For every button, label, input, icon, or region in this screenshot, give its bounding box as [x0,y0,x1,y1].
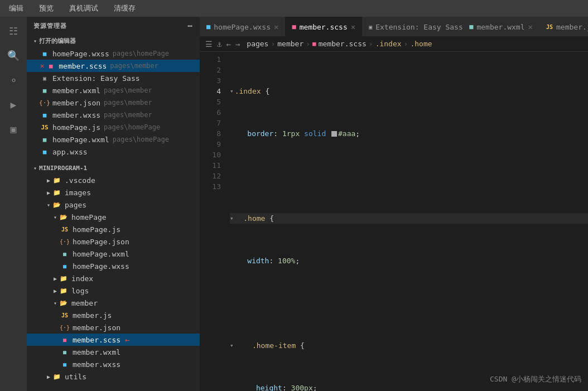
collapse-arrow[interactable]: ▾ [230,340,234,351]
tree-item-label: pages [65,201,86,209]
tree-homepage-wxml[interactable]: ■ homePage.wxml [27,248,200,260]
code-line-4: ▾ .home { [230,213,588,224]
open-editor-path: pages\homePage [104,123,160,131]
folder-arrow: ▾ [54,300,57,306]
tree-utils[interactable]: ▶ 📁 utils [27,370,200,383]
tree-pages[interactable]: ▾ 📂 pages [27,199,200,211]
tree-member[interactable]: ▾ 📂 member [27,297,200,309]
scss-icon: ■ [60,335,69,344]
tree-member-json[interactable]: {·} member.json [27,321,200,334]
line-num-4: 4 [200,86,221,96]
tab-homepage-wxss[interactable]: ■ homePage.wxss ✕ [200,17,285,36]
open-editor-member-wxss[interactable]: ■ member.wxss pages\member [27,109,200,121]
open-editor-member-wxml[interactable]: ■ member.wxml pages\member [27,84,200,96]
line-num-9: 9 [200,139,221,149]
tree-member-scss[interactable]: ■ member.scss ← [27,334,200,346]
indent [235,213,244,224]
editor-area: ■ homePage.wxss ✕ ■ member.scss ✕ ▣ Exte… [200,17,588,391]
tab-extension[interactable]: ▣ Extension: Easy Sass ✕ [362,17,462,36]
breadcrumb-menu-icon[interactable]: ☰ [205,40,213,49]
tree-homepage-js[interactable]: JS homePage.js [27,223,200,235]
open-editor-member-json[interactable]: {·} member.json pages\member [27,96,200,109]
activity-extensions-icon[interactable]: ▣ [4,119,23,138]
breadcrumb-file[interactable]: member.scss [319,40,367,48]
tree-images[interactable]: ▶ 📁 images [27,186,200,199]
open-editor-filename: member.scss [59,62,107,70]
indent [235,340,252,351]
js-icon: JS [60,225,69,234]
property: height [256,383,282,391]
code-line-8: height: 300px; [230,383,588,391]
open-editor-filename: app.wxss [52,148,88,156]
tab-member-js[interactable]: JS member.js [539,17,588,36]
tree-homepage-wxss[interactable]: ■ homePage.wxss [27,260,200,272]
tree-member-wxss[interactable]: ■ member.wxss [27,358,200,370]
tree-logs[interactable]: ▶ 📁 logs [27,284,200,297]
tab-label: member.scss [300,23,348,31]
selector: .index [235,86,261,96]
open-editor-homepage-js[interactable]: JS homePage.js pages\homePage [27,121,200,133]
code-line-1: ▾.index { [230,86,588,96]
menu-debug[interactable]: 真机调试 [66,2,102,15]
tab-close-btn[interactable]: ✕ [351,22,355,31]
activity-git-icon[interactable]: ⚬ [4,70,23,89]
tree-item-label: homePage.js [73,225,121,234]
project-label: MINIPROGRAM-1 [39,165,87,172]
breadcrumb-file-icon: ■ [312,40,316,47]
scss-icon: ■ [46,61,55,70]
open-editors-arrow: ▾ [33,38,37,44]
tree-vscode[interactable]: ▶ 📁 .vscode [27,174,200,186]
breadcrumb-back-icon[interactable]: ← [226,40,230,49]
tab-bar: ■ homePage.wxss ✕ ■ member.scss ✕ ▣ Exte… [200,17,588,36]
collapse-arrow[interactable]: ▾ [230,86,234,96]
sidebar-content: ▾ 打开的编辑器 ■ homePage.wxss pages\homePage … [27,35,200,391]
tab-close-btn[interactable]: ✕ [274,22,278,31]
js-icon: JS [40,123,49,132]
tree-homepage-json[interactable]: {·} homePage.json [27,235,200,248]
open-editor-filename: member.wxss [52,111,100,119]
breadcrumb-index[interactable]: .index [375,40,402,48]
menu-preview[interactable]: 预览 [36,2,57,15]
tree-member-js[interactable]: JS member.js [27,309,200,321]
tree-item-label: index [71,274,93,283]
activity-debug-icon[interactable]: ▶ [4,95,23,114]
new-file-icon[interactable]: ⋯ [188,21,193,30]
open-editor-extension[interactable]: ▣ Extension: Easy Sass [27,72,200,84]
tab-member-scss[interactable]: ■ member.scss ✕ [285,17,362,36]
activity-files-icon[interactable]: ☷ [4,21,23,40]
tree-item-label: images [65,189,91,197]
ext-icon: ▣ [40,74,49,83]
indent [230,383,256,391]
tab-member-wxml[interactable]: ■ member.wxml ✕ [462,17,539,36]
breadcrumb-bookmark-icon[interactable]: ⚓ [217,40,221,49]
folder-arrow: ▾ [47,202,50,208]
breadcrumb-forward-icon[interactable]: → [235,40,240,49]
indent [230,255,247,266]
tree-homepage[interactable]: ▾ 📂 homePage [27,211,200,223]
breadcrumb-member[interactable]: member [277,40,303,48]
breadcrumb-pages[interactable]: pages [247,40,268,48]
tab-label: member.js [556,23,588,31]
tree-item-label: homePage.wxss [73,262,129,271]
code-editor[interactable]: 1 2 3 4 5 6 7 8 9 10 11 12 13 ▾.index { [200,52,588,391]
open-editor-homepage-wxml[interactable]: ■ homePage.wxml pages\homePage [27,133,200,146]
open-editor-app-wxss[interactable]: ■ app.wxss [27,146,200,158]
breadcrumb-home[interactable]: .home [410,40,432,48]
tree-index[interactable]: ▶ 📁 index [27,272,200,284]
menu-edit[interactable]: 编辑 [6,2,27,15]
selector: .home-item [252,340,296,351]
semicolon: ; [313,383,317,391]
tab-close-btn[interactable]: ✕ [528,22,533,31]
code-content[interactable]: ▾.index { border: 1rpx solid #aaa; ▾ .ho… [228,52,588,391]
collapse-arrow[interactable]: ▾ [230,213,234,224]
open-editor-member-scss[interactable]: ✕ ■ member.scss pages\member [27,60,200,72]
line-num-5: 5 [200,96,221,107]
code-line-2: border: 1rpx solid #aaa; [230,128,588,139]
open-editor-homepage-wxss[interactable]: ■ homePage.wxss pages\homePage [27,47,200,60]
activity-search-icon[interactable]: 🔍 [4,46,23,65]
open-editors-section[interactable]: ▾ 打开的编辑器 [27,35,200,47]
menu-clear-cache[interactable]: 清缓存 [110,2,139,15]
project-section[interactable]: ▾ MINIPROGRAM-1 [27,162,200,174]
arrow-indicator: ← [125,335,129,344]
tree-member-wxml[interactable]: ■ member.wxml [27,346,200,358]
